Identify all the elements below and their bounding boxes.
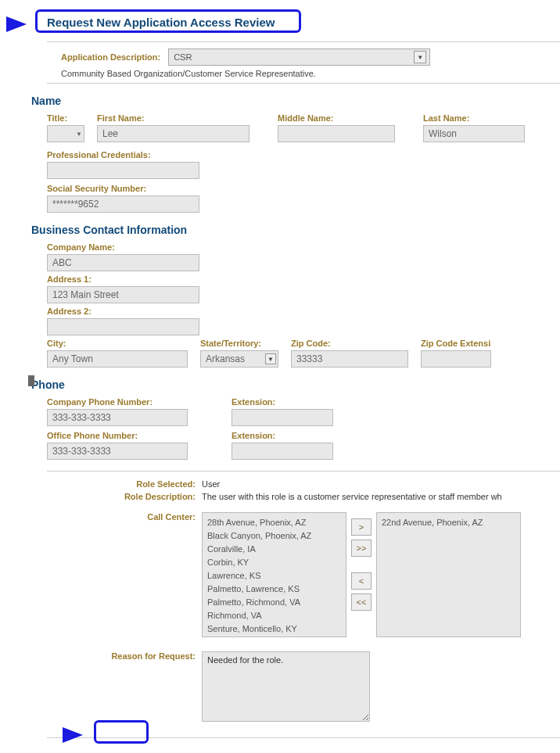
app-desc-label: Application Description: [61, 52, 160, 62]
list-item[interactable]: Tampa, FL [207, 636, 341, 637]
state-select[interactable]: Arkansas ▼ [200, 350, 278, 368]
move-right-all-button[interactable]: >> [351, 540, 372, 557]
credentials-input[interactable] [47, 162, 199, 179]
title-select[interactable]: ▼ [47, 125, 84, 142]
ssn-input[interactable]: *******9652 [47, 195, 199, 213]
office-phone-input[interactable]: 333-333-3333 [47, 443, 188, 460]
company-phone-label: Company Phone Number: [47, 397, 188, 407]
list-item[interactable]: 22nd Avenue, Phoenix, AZ [382, 516, 515, 529]
list-item[interactable]: Black Canyon, Phoenix, AZ [207, 529, 341, 543]
last-name-input[interactable]: Wilson [423, 125, 525, 142]
chevron-down-icon: ▼ [76, 131, 82, 138]
state-label: State/Territory: [200, 339, 278, 348]
app-desc-select[interactable]: CSR ▼ [168, 48, 430, 66]
list-item[interactable]: Palmetto, Lawrence, KS [207, 583, 341, 596]
move-left-all-button[interactable]: << [351, 593, 372, 611]
zip-input[interactable]: 33333 [291, 350, 408, 368]
call-center-selected-list[interactable]: 22nd Avenue, Phoenix, AZ [376, 512, 521, 637]
reason-label: Reason for Request: [70, 651, 196, 661]
call-center-available-list[interactable]: 28th Avenue, Phoenix, AZBlack Canyon, Ph… [202, 512, 346, 637]
first-name-input[interactable]: Lee [97, 125, 249, 142]
company-label: Company Name: [47, 242, 560, 252]
role-desc-value: The user with this role is a customer se… [202, 492, 560, 501]
list-item[interactable]: Senture, Monticello, KY [207, 622, 341, 636]
addr1-input[interactable]: 123 Main Street [47, 286, 199, 303]
chevron-down-icon: ▼ [414, 51, 426, 63]
title-label: Title: [47, 113, 84, 123]
divider [47, 471, 560, 472]
zip-label: Zip Code: [291, 339, 408, 348]
callout-arrow-submit [63, 727, 83, 743]
addr2-input[interactable] [47, 318, 199, 335]
last-name-label: Last Name: [423, 113, 525, 123]
role-selected-value: User [202, 479, 560, 489]
addr1-label: Address 1: [47, 274, 560, 284]
city-label: City: [47, 339, 188, 348]
app-desc-text: Community Based Organization/Customer Se… [61, 69, 560, 78]
page-title: Request New Application Access Review [47, 16, 560, 29]
middle-name-input[interactable] [278, 125, 395, 142]
divider [47, 83, 560, 84]
extension-label-2: Extension: [232, 431, 333, 440]
role-selected-label: Role Selected: [70, 479, 196, 489]
call-center-label: Call Center: [70, 512, 196, 522]
zipext-label: Zip Code Extensi [421, 339, 491, 348]
chevron-down-icon: ▼ [265, 353, 276, 364]
move-right-button[interactable]: > [351, 518, 372, 536]
credentials-label: Professional Credentials: [47, 150, 560, 160]
addr2-label: Address 2: [47, 307, 560, 316]
company-ext-input[interactable] [232, 409, 333, 426]
city-input[interactable]: Any Town [47, 350, 188, 368]
middle-name-label: Middle Name: [278, 113, 395, 123]
state-value: Arkansas [206, 353, 245, 364]
section-business: Business Contact Information [31, 224, 560, 236]
collapse-handle-icon[interactable] [28, 375, 34, 386]
reason-textarea[interactable]: Needed for the role. [202, 651, 370, 722]
list-item[interactable]: Corbin, KY [207, 556, 341, 569]
list-item[interactable]: Lawrence, KS [207, 569, 341, 583]
extension-label: Extension: [232, 397, 333, 407]
divider [47, 737, 560, 738]
callout-arrow-title [6, 16, 27, 32]
office-ext-input[interactable] [232, 443, 333, 460]
company-input[interactable]: ABC [47, 254, 199, 271]
list-item[interactable]: Palmetto, Richmond, VA [207, 596, 341, 609]
first-name-label: First Name: [97, 113, 249, 123]
divider [47, 41, 560, 42]
list-item[interactable]: Coralville, IA [207, 543, 341, 556]
role-desc-label: Role Description: [70, 492, 196, 501]
ssn-label: Social Security Number: [47, 184, 560, 193]
list-item[interactable]: 28th Avenue, Phoenix, AZ [207, 516, 341, 529]
section-phone: Phone [31, 378, 560, 391]
list-item[interactable]: Richmond, VA [207, 609, 341, 622]
section-name: Name [31, 95, 560, 107]
app-desc-value: CSR [174, 52, 192, 62]
move-left-button[interactable]: < [351, 572, 372, 590]
zipext-input[interactable] [421, 350, 491, 368]
office-phone-label: Office Phone Number: [47, 431, 188, 440]
company-phone-input[interactable]: 333-333-3333 [47, 409, 188, 426]
